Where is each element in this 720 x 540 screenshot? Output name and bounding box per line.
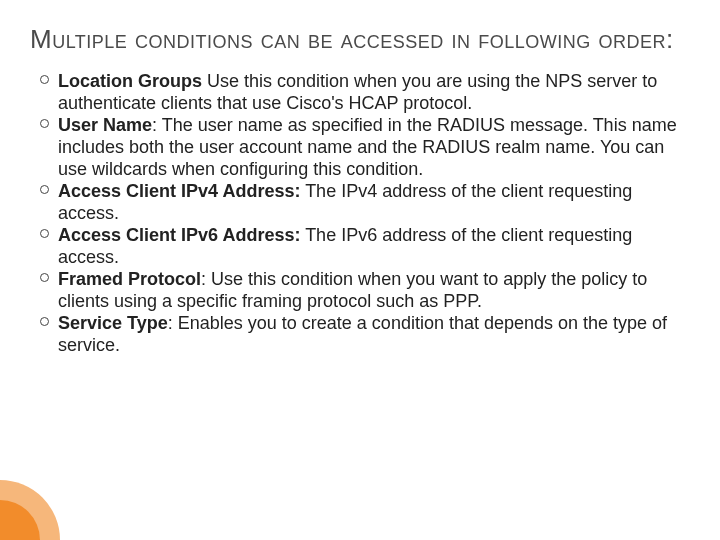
- bullet-icon: [30, 71, 58, 84]
- list-item-text: User Name: The user name as specified in…: [58, 115, 690, 181]
- slide: Multiple conditions can be accessed in f…: [0, 0, 720, 540]
- bullet-list: Location Groups Use this condition when …: [30, 65, 690, 356]
- list-item-term: Access Client IPv4 Address:: [58, 181, 300, 201]
- bullet-icon: [30, 225, 58, 238]
- list-item-text: Access Client IPv4 Address: The IPv4 add…: [58, 181, 690, 225]
- list-item-sep: :: [168, 313, 178, 333]
- bullet-icon: [30, 269, 58, 282]
- list-item-sep: :: [152, 115, 162, 135]
- list-item-term: Service Type: [58, 313, 168, 333]
- list-item: Service Type: Enables you to create a co…: [30, 313, 690, 357]
- list-item: Location Groups Use this condition when …: [30, 71, 690, 115]
- bullet-icon: [30, 115, 58, 128]
- bullet-icon: [30, 313, 58, 326]
- list-item: Framed Protocol: Use this condition when…: [30, 269, 690, 313]
- slide-title: Multiple conditions can be accessed in f…: [30, 22, 690, 57]
- bullet-icon: [30, 181, 58, 194]
- list-item-term: User Name: [58, 115, 152, 135]
- list-item: Access Client IPv6 Address: The IPv6 add…: [30, 225, 690, 269]
- list-item-text: Framed Protocol: Use this condition when…: [58, 269, 690, 313]
- list-item-term: Location Groups: [58, 71, 202, 91]
- decorative-corner: [0, 480, 60, 540]
- list-item-sep: :: [201, 269, 211, 289]
- list-item-term: Access Client IPv6 Address:: [58, 225, 300, 245]
- list-item-text: Access Client IPv6 Address: The IPv6 add…: [58, 225, 690, 269]
- list-item-text: Service Type: Enables you to create a co…: [58, 313, 690, 357]
- list-item-text: Location Groups Use this condition when …: [58, 71, 690, 115]
- list-item: User Name: The user name as specified in…: [30, 115, 690, 181]
- list-item-term: Framed Protocol: [58, 269, 201, 289]
- list-item: Access Client IPv4 Address: The IPv4 add…: [30, 181, 690, 225]
